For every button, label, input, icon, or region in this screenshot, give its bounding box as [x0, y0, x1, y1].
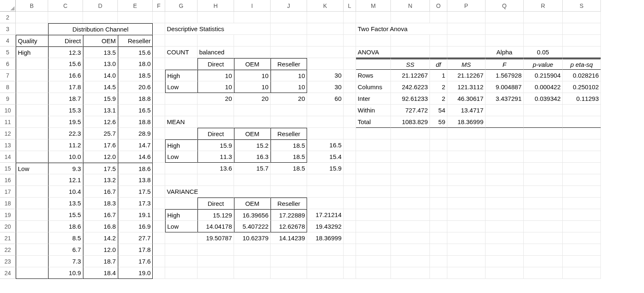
empty-cell[interactable]: [356, 209, 391, 221]
anova-f[interactable]: [485, 116, 524, 128]
row-header[interactable]: 9: [0, 93, 16, 105]
empty-cell[interactable]: [391, 35, 430, 46]
empty-cell[interactable]: [524, 198, 563, 209]
data-cell[interactable]: 10.0: [48, 151, 83, 163]
row-header[interactable]: 3: [0, 23, 16, 35]
empty-cell[interactable]: [153, 81, 165, 93]
var-margin[interactable]: 19.43292: [307, 221, 344, 232]
empty-cell[interactable]: [198, 35, 234, 46]
empty-cell[interactable]: [563, 221, 601, 232]
empty-cell[interactable]: [430, 267, 447, 279]
anova-p[interactable]: [524, 105, 563, 116]
empty-cell[interactable]: [430, 221, 447, 232]
data-cell[interactable]: 13.5: [83, 46, 118, 58]
empty-cell[interactable]: [485, 221, 524, 232]
empty-cell[interactable]: [563, 209, 601, 221]
data-cell[interactable]: 18.5: [118, 70, 153, 81]
mean-row-low[interactable]: Low: [165, 151, 198, 163]
column-header[interactable]: F: [153, 0, 165, 12]
col-oem[interactable]: OEM: [83, 35, 118, 46]
count-cell[interactable]: 10: [234, 70, 271, 81]
row-header[interactable]: 2: [0, 12, 16, 23]
empty-cell[interactable]: [153, 209, 165, 221]
anova-eta[interactable]: 0.250102: [563, 81, 601, 93]
empty-cell[interactable]: [430, 244, 447, 256]
var-row-low[interactable]: Low: [165, 221, 198, 232]
empty-cell[interactable]: [153, 151, 165, 163]
anova-col-pvalue[interactable]: p-value: [524, 58, 563, 70]
empty-cell[interactable]: [307, 186, 344, 198]
empty-cell[interactable]: [234, 105, 271, 116]
empty-cell[interactable]: [307, 12, 344, 23]
data-cell[interactable]: 14.0: [83, 70, 118, 81]
empty-cell[interactable]: [356, 221, 391, 232]
empty-cell[interactable]: [165, 58, 198, 70]
empty-cell[interactable]: [344, 81, 356, 93]
count-margin[interactable]: 30: [307, 70, 344, 81]
empty-cell[interactable]: [430, 12, 447, 23]
empty-cell[interactable]: [198, 267, 234, 279]
anova-eta[interactable]: 0.11293: [563, 93, 601, 105]
empty-cell[interactable]: [356, 186, 391, 198]
empty-cell[interactable]: [356, 139, 391, 151]
data-cell[interactable]: 17.6: [83, 139, 118, 151]
empty-cell[interactable]: [344, 23, 356, 35]
empty-cell[interactable]: [198, 105, 234, 116]
column-header[interactable]: S: [563, 0, 601, 12]
empty-cell[interactable]: [307, 256, 344, 267]
anova-ms[interactable]: 18.36999: [447, 116, 485, 128]
var-total-cell[interactable]: 14.14239: [271, 232, 307, 244]
empty-cell[interactable]: [391, 186, 430, 198]
empty-cell[interactable]: [430, 174, 447, 186]
empty-cell[interactable]: [307, 174, 344, 186]
anova-eta[interactable]: [563, 105, 601, 116]
empty-cell[interactable]: [234, 267, 271, 279]
empty-cell[interactable]: [447, 139, 485, 151]
empty-cell[interactable]: [430, 139, 447, 151]
empty-cell[interactable]: [344, 35, 356, 46]
empty-cell[interactable]: [524, 256, 563, 267]
data-cell[interactable]: 7.3: [48, 256, 83, 267]
data-cell[interactable]: 18.0: [118, 58, 153, 70]
empty-cell[interactable]: [356, 163, 391, 174]
empty-cell[interactable]: [430, 163, 447, 174]
empty-cell[interactable]: [563, 151, 601, 163]
data-cell[interactable]: 8.5: [48, 232, 83, 244]
data-cell[interactable]: 12.0: [83, 151, 118, 163]
empty-cell[interactable]: [563, 174, 601, 186]
data-cell[interactable]: 15.9: [83, 93, 118, 105]
empty-cell[interactable]: [447, 163, 485, 174]
count-total-cell[interactable]: 20: [234, 93, 271, 105]
empty-cell[interactable]: [307, 105, 344, 116]
empty-cell[interactable]: [391, 128, 430, 139]
mean-cell[interactable]: 18.5: [271, 139, 307, 151]
empty-cell[interactable]: [391, 267, 430, 279]
empty-cell[interactable]: [344, 151, 356, 163]
column-header[interactable]: N: [391, 0, 430, 12]
anova-label[interactable]: ANOVA: [356, 46, 391, 58]
descriptive-statistics-header[interactable]: Descriptive Statistics: [165, 23, 271, 35]
empty-cell[interactable]: [356, 151, 391, 163]
empty-cell[interactable]: [430, 198, 447, 209]
mean-col-reseller[interactable]: Reseller: [271, 128, 307, 139]
anova-df[interactable]: 2: [430, 93, 447, 105]
column-header[interactable]: O: [430, 0, 447, 12]
anova-row-label[interactable]: Within: [356, 105, 391, 116]
empty-cell[interactable]: [165, 244, 198, 256]
empty-cell[interactable]: [524, 35, 563, 46]
empty-cell[interactable]: [344, 46, 356, 58]
column-header[interactable]: K: [307, 0, 344, 12]
empty-cell[interactable]: [447, 23, 485, 35]
empty-cell[interactable]: [307, 128, 344, 139]
empty-cell[interactable]: [234, 244, 271, 256]
empty-cell[interactable]: [447, 232, 485, 244]
empty-cell[interactable]: [524, 163, 563, 174]
empty-cell[interactable]: [16, 12, 48, 23]
empty-cell[interactable]: [153, 198, 165, 209]
row-header[interactable]: 14: [0, 151, 16, 163]
empty-cell[interactable]: [271, 105, 307, 116]
col-reseller[interactable]: Reseller: [118, 35, 153, 46]
data-cell[interactable]: 14.5: [83, 81, 118, 93]
empty-cell[interactable]: [356, 198, 391, 209]
anova-ms[interactable]: 13.4717: [447, 105, 485, 116]
